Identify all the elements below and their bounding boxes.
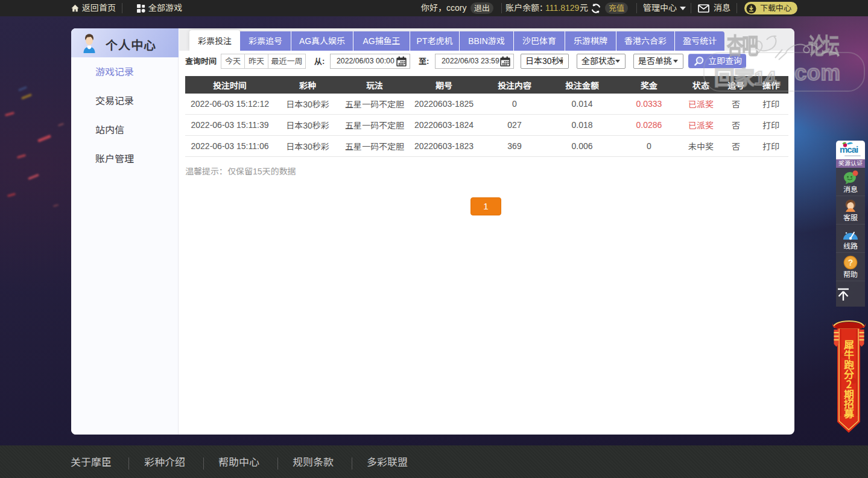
svg-text:犀牛跑分2期招募: 犀牛跑分2期招募 (843, 337, 855, 421)
svg-text:?: ? (848, 258, 854, 267)
svg-text:mcai: mcai (840, 144, 858, 155)
